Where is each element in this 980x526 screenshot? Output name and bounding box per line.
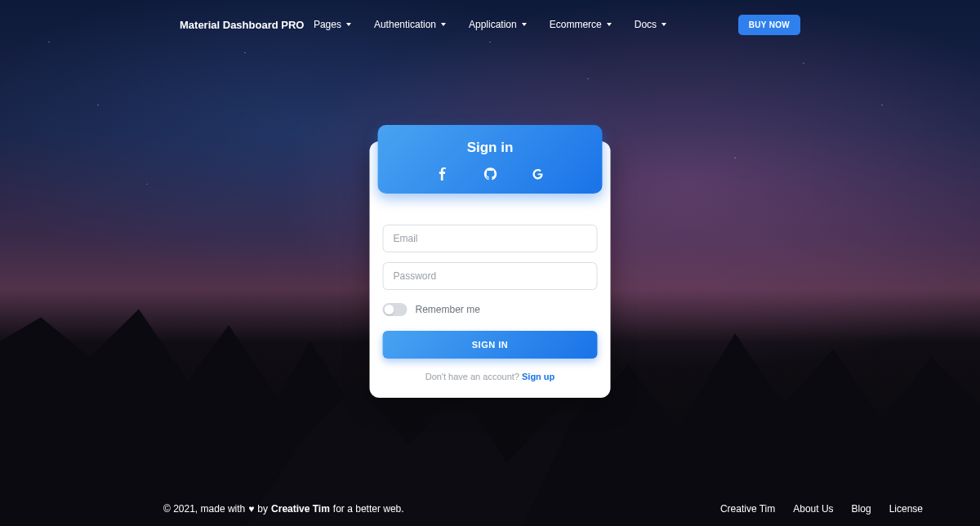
google-icon[interactable] [531, 167, 544, 181]
nav-item-application[interactable]: Application [469, 19, 527, 30]
nav-label: Application [469, 19, 517, 30]
footer-link-about-us[interactable]: About Us [793, 503, 833, 515]
nav-label: Authentication [374, 19, 436, 30]
chevron-down-icon [346, 23, 351, 26]
email-field[interactable] [383, 225, 598, 252]
github-icon[interactable] [483, 167, 497, 181]
password-field[interactable] [383, 262, 598, 290]
nav-item-pages[interactable]: Pages [314, 19, 351, 30]
signup-text: Don't have an account? [425, 372, 522, 381]
remember-toggle[interactable] [383, 303, 408, 316]
remember-row: Remember me [383, 303, 598, 316]
nav-label: Ecommerce [550, 19, 602, 30]
footer-link-creative-tim[interactable]: Creative Tim [720, 503, 775, 515]
nav-label: Docs [635, 19, 657, 30]
heart-icon: ♥ [248, 503, 254, 515]
footer-copyright: © 2021, made with ♥ by Creative Tim for … [163, 503, 404, 515]
buy-now-button[interactable]: BUY NOW [738, 15, 800, 35]
footer-link-blog[interactable]: Blog [852, 503, 871, 515]
footer-suffix: for a better web. [333, 503, 404, 515]
nav-links: Pages Authentication Application Ecommer… [314, 19, 666, 30]
chevron-down-icon [522, 23, 527, 26]
brand-title[interactable]: Material Dashboard PRO [180, 19, 304, 31]
card-title: Sign in [386, 140, 595, 156]
facebook-icon[interactable] [436, 167, 449, 181]
nav-item-authentication[interactable]: Authentication [374, 19, 446, 30]
nav-item-ecommerce[interactable]: Ecommerce [550, 19, 612, 30]
signup-link[interactable]: Sign up [522, 372, 555, 381]
nav-item-docs[interactable]: Docs [635, 19, 666, 30]
chevron-down-icon [441, 23, 446, 26]
signin-card: Sign in Remember me SIGN IN [370, 141, 611, 398]
signin-button[interactable]: SIGN IN [383, 331, 598, 359]
footer-links: Creative Tim About Us Blog License [720, 503, 923, 515]
chevron-down-icon [607, 23, 612, 26]
footer: © 2021, made with ♥ by Creative Tim for … [0, 503, 980, 515]
signup-prompt: Don't have an account? Sign up [383, 372, 598, 381]
footer-prefix: © 2021, made with [163, 503, 245, 515]
remember-label: Remember me [416, 304, 480, 315]
chevron-down-icon [662, 23, 666, 26]
signin-card-wrap: Sign in Remember me SIGN IN [370, 127, 611, 398]
nav-label: Pages [314, 19, 341, 30]
footer-link-license[interactable]: License [889, 503, 923, 515]
signin-card-header: Sign in [378, 125, 603, 194]
footer-author[interactable]: Creative Tim [271, 503, 330, 515]
footer-by: by [257, 503, 268, 515]
social-login-row [386, 167, 595, 181]
top-navbar: Material Dashboard PRO Pages Authenticat… [0, 0, 980, 49]
